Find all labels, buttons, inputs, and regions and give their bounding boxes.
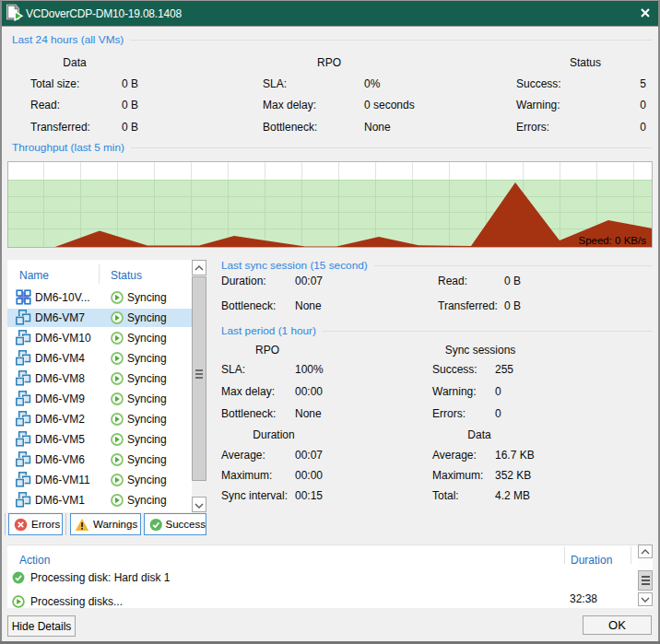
svg-text:Speed: 0 KB/s: Speed: 0 KB/s (578, 235, 646, 246)
